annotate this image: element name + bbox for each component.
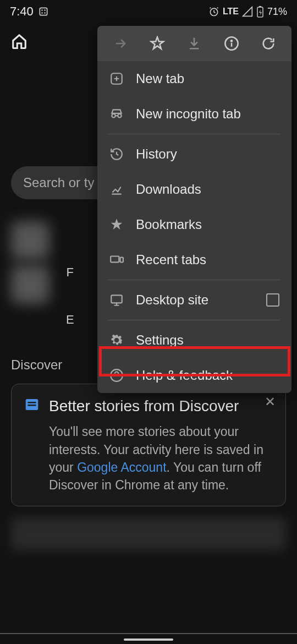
- google-account-link[interactable]: Google Account: [77, 460, 166, 474]
- menu-label: Bookmarks: [136, 217, 202, 232]
- desktop-site-checkbox[interactable]: [266, 293, 279, 307]
- svg-point-2: [44, 9, 46, 11]
- card-text: You'll see more stories about your inter…: [49, 423, 273, 494]
- home-button[interactable]: [11, 33, 28, 52]
- nav-handle[interactable]: [124, 638, 173, 641]
- shortcut-tile[interactable]: [11, 221, 50, 260]
- svg-rect-7: [259, 6, 261, 7]
- menu-recent-tabs[interactable]: Recent tabs: [97, 242, 292, 277]
- status-lte: LTE: [223, 7, 239, 17]
- svg-rect-10: [28, 405, 36, 406]
- menu-bookmarks[interactable]: Bookmarks: [97, 207, 292, 242]
- close-icon[interactable]: ✕: [265, 394, 276, 410]
- menu-label: Downloads: [136, 182, 201, 197]
- menu-label: Desktop site: [136, 292, 208, 308]
- info-button[interactable]: [218, 36, 245, 51]
- status-bar: 7:40 LTE 71%: [0, 0, 297, 23]
- menu-new-incognito[interactable]: New incognito tab: [97, 96, 292, 132]
- menu-history[interactable]: History: [97, 137, 292, 172]
- menu-label: New tab: [136, 71, 184, 86]
- discover-card: ✕ Better stories from Discover You'll se…: [11, 384, 286, 506]
- reload-button[interactable]: [255, 36, 282, 51]
- card-title: Better stories from Discover: [49, 396, 273, 416]
- alarm-icon: [208, 6, 219, 17]
- menu-label: Recent tabs: [136, 252, 206, 268]
- status-time: 7:40: [10, 4, 34, 19]
- menu-label: Settings: [136, 332, 184, 348]
- forward-button[interactable]: [107, 36, 134, 51]
- menu-downloads[interactable]: Downloads: [97, 172, 292, 207]
- svg-rect-14: [111, 256, 119, 263]
- signal-icon: [242, 6, 253, 17]
- svg-point-1: [41, 9, 43, 11]
- overflow-menu: New tab New incognito tab History Downlo…: [97, 26, 292, 393]
- menu-label: History: [136, 146, 177, 162]
- download-button[interactable]: [180, 36, 208, 51]
- feed-icon: [24, 396, 40, 494]
- svg-rect-15: [120, 258, 123, 263]
- shortcut-label: E: [66, 313, 74, 327]
- svg-rect-16: [111, 295, 122, 303]
- svg-point-12: [231, 40, 232, 41]
- svg-rect-9: [28, 402, 36, 403]
- svg-point-3: [41, 12, 43, 14]
- menu-new-tab[interactable]: New tab: [97, 61, 292, 96]
- svg-rect-0: [40, 8, 47, 15]
- divider: [0, 633, 297, 634]
- svg-point-4: [44, 12, 46, 14]
- battery-icon: [256, 6, 264, 18]
- highlight-box: [99, 346, 290, 376]
- shortcut-tile[interactable]: [11, 265, 50, 304]
- bookmark-button[interactable]: [144, 36, 171, 51]
- content-placeholder: [11, 517, 286, 550]
- notification-icon: [38, 6, 49, 17]
- status-battery: 71%: [267, 6, 287, 18]
- search-placeholder: Search or ty: [23, 175, 94, 190]
- menu-desktop-site[interactable]: Desktop site: [97, 282, 292, 318]
- shortcut-label: F: [67, 265, 74, 280]
- menu-label: New incognito tab: [136, 106, 241, 122]
